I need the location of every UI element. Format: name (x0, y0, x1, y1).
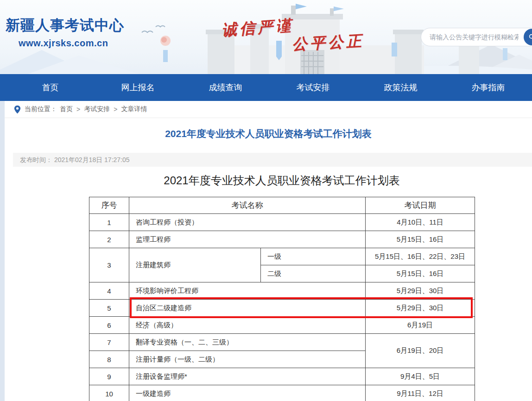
row-exam-date: 5月15日、16日、22日、23日 (366, 248, 475, 265)
nav-item-online-registration[interactable]: 网上报名 (94, 74, 182, 101)
publish-time-bar: 发布时间： 2021年02月18日 17:27:05 (13, 153, 532, 167)
row-exam-name: 注册建筑师 (129, 248, 261, 282)
publish-time-label: 发布时间： (20, 156, 52, 163)
row-exam-date: 4月10日、11日 (366, 214, 475, 231)
row-no: 10 (89, 385, 129, 401)
table-row: 1 咨询工程师（投资） 4月10日、11日 (89, 214, 475, 231)
nav-item-policies[interactable]: 政策法规 (357, 74, 444, 101)
table-header-row: 序号 考试名称 考试日期 (89, 197, 475, 214)
row-no: 8 (89, 351, 129, 368)
breadcrumb-exam-schedule[interactable]: 考试安排 (84, 105, 110, 113)
main-nav: 首页 网上报名 成绩查询 考试安排 政策法规 办事指南 (0, 74, 532, 101)
breadcrumb-home[interactable]: 首页 (60, 105, 73, 113)
table-row-highlighted: 5 自治区二级建造师 5月29日、30日 (89, 300, 475, 317)
breadcrumb-separator: > (76, 106, 80, 113)
row-exam-name: 自治区二级建造师 (129, 300, 366, 317)
table-title: 2021年度专业技术人员职业资格考试工作计划表 (89, 174, 475, 188)
row-no: 1 (89, 214, 129, 231)
row-no: 7 (89, 334, 129, 351)
header-exam-date: 考试日期 (366, 197, 475, 214)
row-exam-level: 二级 (261, 265, 366, 282)
site-header: 新疆人事考试中心 www.xjrsks.com.cn 诚信严谨 公平公正 (0, 0, 532, 74)
breadcrumb-separator: > (114, 106, 117, 113)
nav-item-service-guide[interactable]: 办事指南 (444, 74, 532, 101)
table-row: 2 监理工程师 5月15日、16日 (89, 231, 475, 248)
row-exam-date: 5月15日、16日 (366, 231, 475, 248)
row-exam-name: 环境影响评价工程师 (129, 282, 366, 300)
breadcrumb: 当前位置： 首页 > 考试安排 > 文章详情 (5, 101, 532, 118)
row-exam-name: 咨询工程师（投资） (129, 214, 366, 231)
site-url: www.xjrsks.com.cn (19, 38, 124, 49)
row-no: 4 (89, 282, 129, 300)
row-exam-name: 注册设备监理师* (129, 368, 366, 385)
nav-item-score-query[interactable]: 成绩查询 (182, 74, 269, 101)
location-pin-icon (14, 105, 21, 114)
row-no: 9 (89, 368, 129, 385)
table-row: 4 环境影响评价工程师 5月29日、30日 (89, 282, 475, 300)
row-exam-name: 一级建造师 (129, 385, 366, 401)
breadcrumb-label: 当前位置： (25, 105, 57, 113)
search-area (421, 28, 532, 46)
row-no: 2 (89, 231, 129, 248)
table-row: 10 一级建造师 9月11日、12日 (89, 385, 475, 401)
article-content: 2021年度专业技术人员职业资格考试工作计划表 发布时间： 2021年02月18… (5, 118, 532, 401)
row-no: 6 (89, 317, 129, 334)
exam-plan-table: 序号 考试名称 考试日期 1 咨询工程师（投资） 4月10日、11日 2 监理工… (89, 197, 475, 401)
row-exam-date: 9月11日、12日 (366, 385, 475, 401)
table-row: 7 翻译专业资格（一、二、三级） 6月19日、20日 (89, 334, 475, 351)
birds-decoration (142, 26, 165, 33)
row-exam-date: 5月29日、30日 (366, 282, 475, 300)
table-row: 6 经济（高级） 6月19日 (89, 317, 475, 334)
row-no: 3 (89, 248, 129, 282)
row-no: 5 (89, 300, 129, 317)
row-exam-date: 5月15日、16日 (366, 265, 475, 282)
row-exam-level: 一级 (261, 248, 366, 265)
nav-item-exam-schedule[interactable]: 考试安排 (269, 74, 357, 101)
row-exam-date-merged: 6月19日、20日 (366, 334, 475, 368)
row-exam-date: 5月29日、30日 (366, 300, 475, 317)
site-logo[interactable]: 新疆人事考试中心 www.xjrsks.com.cn (6, 16, 124, 49)
search-input[interactable] (421, 28, 532, 46)
site-name: 新疆人事考试中心 (6, 16, 124, 35)
publish-time-value: 2021年02月18日 17:27:05 (54, 156, 130, 163)
breadcrumb-current-page: 文章详情 (121, 105, 147, 113)
header-seq: 序号 (89, 197, 129, 214)
row-exam-date: 6月19日 (366, 317, 475, 334)
table-row: 3 注册建筑师 一级 5月15日、16日、22日、23日 (89, 248, 475, 265)
row-exam-name: 经济（高级） (129, 317, 366, 334)
page-title: 2021年度专业技术人员职业资格考试工作计划表 (5, 127, 532, 140)
row-exam-name: 监理工程师 (129, 231, 366, 248)
exam-plan-table-wrap: 序号 考试名称 考试日期 1 咨询工程师（投资） 4月10日、11日 2 监理工… (89, 197, 475, 401)
nav-item-home[interactable]: 首页 (6, 74, 94, 101)
row-exam-name: 注册计量师（一级、二级） (129, 351, 366, 368)
search-icon (528, 33, 532, 41)
exam-plan-section: 2021年度专业技术人员职业资格考试工作计划表 序号 考试名称 考试日期 1 咨… (89, 174, 475, 401)
slogan-fairness: 公平公正 (291, 31, 365, 55)
table-row: 9 注册设备监理师* 9月4日、5日 (89, 368, 475, 385)
row-exam-date: 9月4日、5日 (366, 368, 475, 385)
row-exam-name: 翻译专业资格（一、二、三级） (129, 334, 366, 351)
header-exam-name: 考试名称 (129, 197, 366, 214)
